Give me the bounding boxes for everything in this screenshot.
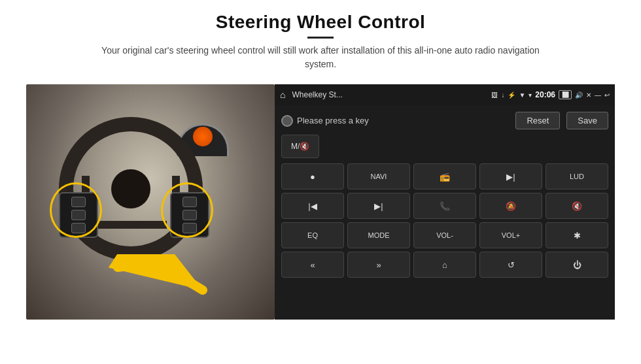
reset-button[interactable]: Reset [515,112,560,129]
download-icon: ↓ [501,91,504,99]
minimize-icon[interactable]: — [595,91,601,99]
eq-button[interactable]: EQ [281,222,344,248]
highlight-circle-left [50,182,102,238]
phone-icon: 📞 [440,201,450,211]
phone-button[interactable]: 📞 [413,193,476,219]
bluetooth-icon: ✱ [574,231,581,240]
radio-icon: 📻 [440,172,450,182]
image-icon: 🖼 [491,91,498,99]
android-panel: ⌂ Wheelkey St... 🖼 ↓ ⚡ ▼ ▾ 20:06 ⬜ 🔊 ✕ —… [275,84,615,320]
mute-button-row: M/🔇 [281,135,608,158]
app-title: Wheelkey St... [292,90,487,99]
key-prompt-text: Please press a key [297,116,369,125]
power-icon: ⏻ [573,260,581,270]
status-bar: ⌂ Wheelkey St... 🖼 ↓ ⚡ ▼ ▾ 20:06 ⬜ 🔊 ✕ —… [275,84,615,105]
mute-button[interactable]: M/🔇 [281,135,319,158]
volume-mute-icon: 🔇 [572,201,582,211]
title-section: Steering Wheel Control Your original car… [92,12,549,71]
vol-up-button[interactable]: VOL+ [479,222,542,248]
key-press-row: Please press a key Reset Save [281,112,608,129]
navi-label: NAVI [371,173,387,180]
steering-wheel-image [26,84,275,320]
usb-icon: ⚡ [508,91,515,99]
volume-mute-button[interactable]: 🔇 [546,193,608,219]
source-button[interactable]: ● [281,163,344,190]
vol-down-label: VOL- [436,231,453,239]
wifi-icon: ▾ [528,91,532,99]
page-title: Steering Wheel Control [92,12,549,33]
volume-icon[interactable]: 🔊 [575,91,583,99]
status-icons: 🖼 ↓ ⚡ ▼ ▾ 20:06 ⬜ 🔊 ✕ — ↩ [491,90,610,99]
next-track-button[interactable]: ▶| [347,193,410,219]
mute-call-icon: 🔕 [506,201,516,211]
disc-icon: ● [310,172,315,182]
fast-forward-button[interactable]: » [347,252,410,278]
screenshot-icon[interactable]: ⬜ [559,90,572,99]
radio-button[interactable]: 📻 [413,163,476,190]
power-button[interactable]: ⏻ [546,252,608,278]
title-divider [307,37,334,39]
home-button[interactable]: ⌂ [413,252,476,278]
mute-call-button[interactable]: 🔕 [479,193,542,219]
save-button[interactable]: Save [566,112,608,129]
mode-label: MODE [368,231,390,239]
home-nav-icon: ⌂ [442,260,447,270]
fast-forward-icon: » [376,260,381,270]
vol-down-button[interactable]: VOL- [413,222,476,248]
mode-button[interactable]: MODE [347,222,410,248]
key-dot-icon [281,115,293,127]
bluetooth-button[interactable]: ✱ [546,222,608,248]
lud-label: LUD [570,173,584,180]
play-pause-icon: ▶| [506,172,515,182]
lud-button[interactable]: LUD [546,163,608,190]
highlight-circle-right [161,182,213,238]
key-indicator: Please press a key [281,115,509,127]
refresh-icon: ↺ [508,260,515,270]
signal-icon: ▼ [519,91,525,99]
rewind-icon: « [310,260,315,270]
vol-up-label: VOL+ [502,231,520,239]
refresh-button[interactable]: ↺ [479,252,542,278]
yellow-arrow [105,254,222,306]
status-time: 20:06 [535,90,555,99]
steering-wheel-center [111,169,150,208]
prev-track-button[interactable]: |◀ [281,193,344,219]
app-area: Please press a key Reset Save M/🔇 ● [275,105,615,320]
page-subtitle: Your original car's steering wheel contr… [92,44,549,71]
next-track-icon: ▶| [374,201,383,211]
eq-label: EQ [307,231,318,239]
back-icon[interactable]: ↩ [604,91,610,99]
navi-button[interactable]: NAVI [347,163,410,190]
rewind-button[interactable]: « [281,252,344,278]
home-icon[interactable]: ⌂ [280,90,285,100]
prev-track-icon: |◀ [308,201,317,211]
play-pause-button[interactable]: ▶| [479,163,542,190]
button-grid: ● NAVI 📻 ▶| LUD | [281,163,608,278]
orange-indicator [193,127,213,146]
close-status-icon[interactable]: ✕ [586,91,591,99]
content-area: ⌂ Wheelkey St... 🖼 ↓ ⚡ ▼ ▾ 20:06 ⬜ 🔊 ✕ —… [26,84,615,320]
